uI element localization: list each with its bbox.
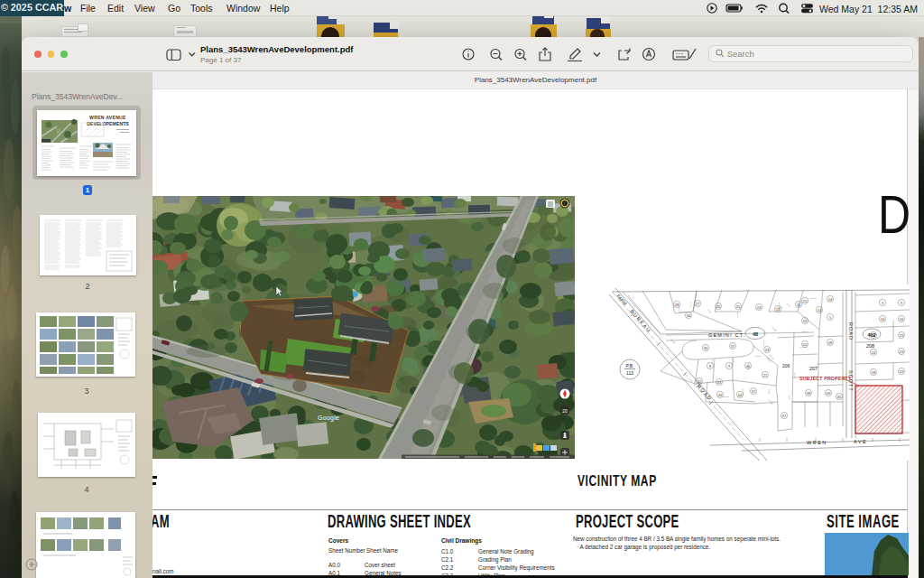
svg-text:37: 37: [752, 389, 756, 394]
svg-text:139.11: 139.11: [679, 311, 686, 312]
svg-text:98.25: 98.25: [794, 373, 796, 378]
svg-text:45: 45: [837, 395, 842, 399]
svg-text:24: 24: [872, 350, 876, 355]
svg-text:DEVELOPEMENTS: DEVELOPEMENTS: [87, 121, 129, 126]
svg-text:21: 21: [763, 373, 768, 378]
svg-text:48: 48: [753, 331, 758, 337]
svg-text:26: 26: [716, 304, 721, 309]
svg-text:19: 19: [900, 369, 904, 374]
svg-text:160.53: 160.53: [723, 396, 729, 397]
svg-text:95.37: 95.37: [712, 359, 714, 365]
svg-text:20: 20: [562, 408, 568, 414]
svg-text:14: 14: [818, 308, 822, 312]
svg-text:P.B.: P.B.: [626, 363, 634, 368]
svg-text:WREN AVENUE: WREN AVENUE: [89, 115, 126, 120]
svg-text:14: 14: [828, 297, 833, 302]
svg-text:SUBJECT PROPERTY: SUBJECT PROPERTY: [799, 376, 852, 381]
svg-text:44: 44: [738, 393, 743, 397]
svg-text:37: 37: [731, 344, 735, 349]
svg-text:23: 23: [900, 350, 904, 354]
svg-text:154.63: 154.63: [810, 297, 817, 299]
svg-text:23: 23: [765, 348, 770, 352]
svg-text:08: 08: [828, 340, 833, 345]
svg-text:96.17: 96.17: [789, 396, 790, 401]
svg-text:15: 15: [803, 299, 808, 303]
svg-text:113: 113: [626, 370, 633, 376]
svg-text:199.84: 199.84: [763, 340, 765, 346]
svg-text:24: 24: [757, 305, 762, 310]
svg-text:97.40: 97.40: [690, 303, 692, 308]
svg-text:18: 18: [872, 370, 876, 375]
svg-text:23: 23: [900, 333, 904, 338]
svg-text:43: 43: [717, 380, 722, 385]
svg-text:42: 42: [698, 379, 702, 384]
svg-text:220.45: 220.45: [743, 389, 744, 396]
svg-text:16: 16: [881, 317, 885, 322]
svg-text:126.99: 126.99: [802, 331, 808, 332]
svg-text:207: 207: [809, 366, 818, 371]
svg-text:85.69: 85.69: [769, 389, 771, 395]
svg-text:ROAD: ROAD: [848, 322, 854, 340]
svg-text:402: 402: [867, 332, 875, 338]
svg-text:25: 25: [736, 304, 741, 309]
svg-text:37: 37: [782, 414, 787, 418]
svg-text:GEMINI CT.: GEMINI CT.: [708, 332, 745, 338]
svg-text:38: 38: [807, 391, 811, 396]
svg-text:02: 02: [803, 342, 808, 347]
svg-text:Google: Google: [318, 415, 339, 423]
svg-text:118.72: 118.72: [737, 312, 739, 318]
svg-text:181.60: 181.60: [777, 306, 783, 308]
svg-text:35: 35: [704, 346, 708, 350]
svg-text:152.10: 152.10: [733, 358, 735, 364]
svg-text:27: 27: [696, 302, 700, 306]
svg-text:16: 16: [900, 317, 904, 322]
svg-text:09: 09: [827, 391, 831, 396]
svg-text:34: 34: [687, 313, 691, 318]
svg-text:104.80: 104.80: [748, 363, 750, 369]
svg-text:181.16: 181.16: [755, 355, 762, 357]
svg-text:206: 206: [782, 363, 790, 368]
svg-text:10: 10: [803, 319, 808, 323]
svg-text:208: 208: [866, 343, 874, 349]
svg-text:AVE: AVE: [854, 439, 867, 444]
svg-text:WREN: WREN: [807, 440, 827, 445]
